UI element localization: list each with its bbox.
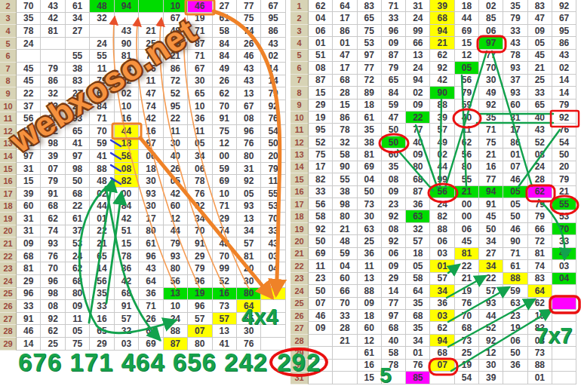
cell[interactable]: 39 xyxy=(479,372,503,384)
cell[interactable]: 33 xyxy=(552,235,576,247)
cell[interactable]: 30 xyxy=(139,201,163,213)
cell[interactable]: 09 xyxy=(382,186,406,198)
cell[interactable]: 30 xyxy=(237,275,261,288)
cell[interactable] xyxy=(333,372,357,384)
row-header[interactable]: 6 xyxy=(0,50,17,63)
cell[interactable]: 84 xyxy=(213,38,237,51)
cell[interactable]: 81 xyxy=(237,250,261,263)
cell[interactable]: 61 xyxy=(358,112,382,124)
cell[interactable]: 08 xyxy=(41,300,65,313)
cell[interactable]: 14 xyxy=(261,63,285,75)
cell[interactable]: 76 xyxy=(261,112,285,125)
cell[interactable]: 43 xyxy=(115,25,139,38)
cell[interactable]: 21 xyxy=(455,273,479,285)
cell[interactable]: 76 xyxy=(455,298,479,310)
cell[interactable]: 62 xyxy=(309,0,333,12)
cell[interactable]: 02 xyxy=(90,188,114,201)
cell[interactable]: 58 xyxy=(309,210,333,222)
cell[interactable]: 75 xyxy=(213,125,237,138)
cell[interactable]: 04 xyxy=(358,173,382,185)
cell[interactable]: 09 xyxy=(528,25,552,37)
cell[interactable]: 19 xyxy=(503,322,527,334)
cell[interactable]: 63 xyxy=(358,223,382,235)
row-header[interactable]: 22 xyxy=(290,260,309,272)
cell[interactable]: 80 xyxy=(139,225,163,238)
cell[interactable]: 74 xyxy=(139,100,163,113)
cell[interactable]: 71 xyxy=(213,201,237,213)
cell[interactable]: 20 xyxy=(261,150,285,163)
cell[interactable]: 43 xyxy=(237,75,261,88)
cell[interactable]: 82 xyxy=(115,175,139,188)
cell[interactable]: 53 xyxy=(66,237,90,250)
cell[interactable]: 26 xyxy=(237,38,261,51)
cell[interactable]: 58 xyxy=(406,273,430,285)
cell[interactable]: 70 xyxy=(90,125,114,138)
cell[interactable]: 61 xyxy=(139,237,163,250)
cell[interactable]: 35 xyxy=(406,322,430,334)
cell[interactable]: 88 xyxy=(503,273,527,285)
cell[interactable]: 48 xyxy=(90,0,114,13)
row-header[interactable]: 8 xyxy=(290,87,309,99)
cell[interactable]: 06 xyxy=(430,235,454,247)
cell[interactable]: 13 xyxy=(237,87,261,100)
cell[interactable]: 36 xyxy=(188,112,212,125)
cell[interactable]: 30 xyxy=(358,210,382,222)
cell[interactable] xyxy=(333,347,357,359)
cell[interactable] xyxy=(552,298,576,310)
cell[interactable]: 29 xyxy=(309,100,333,112)
cell[interactable]: 68 xyxy=(333,75,357,87)
cell[interactable]: 79 xyxy=(455,87,479,99)
cell[interactable]: 33 xyxy=(528,87,552,99)
cell[interactable]: 91 xyxy=(188,237,212,250)
cell[interactable]: 05 xyxy=(164,175,188,188)
cell[interactable]: 50 xyxy=(66,175,90,188)
cell[interactable]: 46 xyxy=(309,310,333,322)
cell[interactable]: 55 xyxy=(261,188,285,201)
cell[interactable]: 69 xyxy=(213,175,237,188)
cell[interactable]: 44 xyxy=(455,12,479,24)
cell[interactable]: 79 xyxy=(528,198,552,210)
cell[interactable]: 08 xyxy=(237,112,261,125)
cell[interactable]: 63 xyxy=(503,298,527,310)
cell[interactable] xyxy=(139,13,163,26)
row-header[interactable]: 21 xyxy=(290,248,309,260)
cell[interactable]: 92 xyxy=(479,335,503,347)
cell[interactable] xyxy=(552,285,576,297)
cell[interactable]: 19 xyxy=(309,112,333,124)
cell[interactable]: 80 xyxy=(66,288,90,301)
cell[interactable]: 95 xyxy=(164,100,188,113)
cell[interactable]: 16 xyxy=(139,125,163,138)
cell[interactable]: 57 xyxy=(115,313,139,326)
cell[interactable]: 92 xyxy=(41,313,65,326)
cell[interactable]: 53 xyxy=(261,201,285,213)
cell[interactable]: 68 xyxy=(430,12,454,24)
cell[interactable]: 43 xyxy=(261,38,285,51)
cell[interactable]: 79 xyxy=(188,262,212,275)
cell[interactable]: 68 xyxy=(382,322,406,334)
row-header[interactable]: 9 xyxy=(0,87,17,100)
row-header[interactable]: 5 xyxy=(290,50,309,62)
cell[interactable]: 93 xyxy=(139,188,163,201)
cell[interactable]: 62 xyxy=(455,136,479,149)
cell[interactable]: 61 xyxy=(503,260,527,272)
cell[interactable]: 79 xyxy=(503,12,527,24)
cell[interactable]: 74 xyxy=(528,260,552,272)
cell[interactable]: 96 xyxy=(41,275,65,288)
cell[interactable]: 12 xyxy=(213,138,237,151)
cell[interactable]: 52 xyxy=(213,275,237,288)
cell[interactable]: 00 xyxy=(455,210,479,222)
cell[interactable]: 68 xyxy=(115,288,139,301)
cell[interactable]: 53 xyxy=(358,37,382,49)
cell[interactable]: 79 xyxy=(382,62,406,74)
cell[interactable]: 98 xyxy=(333,198,357,210)
cell[interactable]: 45 xyxy=(479,210,503,222)
cell[interactable]: 58 xyxy=(213,25,237,38)
cell[interactable]: 37 xyxy=(503,75,527,87)
cell[interactable]: 93 xyxy=(164,250,188,263)
cell[interactable]: 16 xyxy=(358,360,382,372)
cell[interactable]: 76 xyxy=(552,124,576,136)
cell[interactable]: 65 xyxy=(90,325,114,338)
row-header[interactable]: 25 xyxy=(0,288,17,301)
row-header[interactable]: 14 xyxy=(290,161,309,173)
cell[interactable]: 68 xyxy=(406,173,430,185)
